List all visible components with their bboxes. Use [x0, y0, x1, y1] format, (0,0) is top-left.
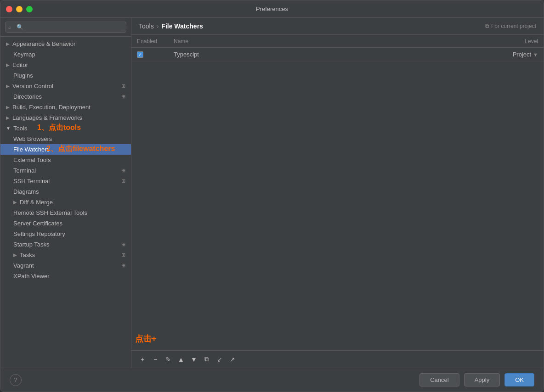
sidebar-item-diff-merge[interactable]: ▶ Diff & Merge [0, 197, 131, 207]
col-level-header: Level [483, 38, 538, 45]
sidebar-item-label: Server Certificates [13, 220, 62, 227]
sidebar-tree: ▶ Appearance & Behavior Keymap ▶ Editor … [0, 37, 131, 368]
sidebar-item-xpath-viewer[interactable]: XPath Viewer [0, 271, 131, 281]
sidebar-item-ssh-terminal[interactable]: SSH Terminal ⊞ [0, 176, 131, 186]
sidebar-item-appearance[interactable]: ▶ Appearance & Behavior [0, 39, 131, 49]
dir-icon: ⊞ [121, 94, 125, 100]
sidebar-item-build[interactable]: ▶ Build, Execution, Deployment [0, 102, 131, 112]
sidebar-item-directories[interactable]: Directories ⊞ [0, 91, 131, 102]
sidebar-item-version-control[interactable]: ▶ Version Control ⊞ [0, 81, 131, 91]
sidebar-item-tools[interactable]: ▼ Tools 1、点击tools [0, 123, 131, 134]
sidebar-item-label: Startup Tasks [13, 241, 50, 248]
sidebar-item-label: Settings Repository [13, 230, 65, 237]
enabled-checkbox[interactable]: ✓ [137, 51, 143, 58]
sidebar-item-label: Diagrams [13, 188, 39, 195]
sidebar-item-plugins[interactable]: Plugins [0, 70, 131, 81]
window-title: Preferences [256, 6, 288, 12]
action-buttons: Cancel Apply OK [419, 373, 534, 386]
badge-text: For current project [491, 23, 536, 29]
window-controls [6, 6, 33, 12]
dropdown-icon[interactable]: ▼ [533, 52, 538, 57]
minimize-button[interactable] [16, 6, 23, 12]
arrow-icon: ▶ [6, 105, 10, 110]
arrow-icon: ▶ [6, 84, 10, 89]
edit-button[interactable]: ✎ [163, 354, 174, 365]
add-button[interactable]: + [137, 354, 148, 365]
ssh-icon: ⊞ [121, 178, 125, 184]
sidebar-item-label: Terminal [13, 167, 36, 174]
sidebar-item-label: SSH Terminal [13, 178, 50, 185]
sidebar-item-server-certs[interactable]: Server Certificates [0, 218, 131, 229]
col-name-header: Name [174, 38, 483, 45]
close-button[interactable] [6, 6, 12, 12]
help-button[interactable]: ? [10, 374, 22, 386]
preferences-window: Preferences ⌕ ▶ Appearance & Behavior Ke… [0, 0, 544, 392]
sidebar-item-file-watchers[interactable]: File Watchers 2、点击filewatchers [0, 144, 131, 155]
search-box: ⌕ [0, 18, 131, 37]
export-button[interactable]: ↗ [227, 354, 238, 365]
sidebar-item-label: File Watchers [13, 146, 50, 153]
maximize-button[interactable] [26, 6, 33, 12]
sidebar-item-label: External Tools [13, 157, 51, 163]
sidebar-item-web-browsers[interactable]: Web Browsers [0, 134, 131, 144]
main-content: ⌕ ▶ Appearance & Behavior Keymap ▶ Edito… [0, 18, 544, 368]
tasks-icon: ⊞ [121, 252, 125, 258]
search-wrapper: ⌕ [5, 22, 126, 33]
panel-header: Tools › File Watchers ⧉ For current proj… [131, 18, 544, 35]
sidebar-item-label: Build, Execution, Deployment [12, 104, 91, 111]
sidebar-item-settings-repo[interactable]: Settings Repository [0, 229, 131, 239]
remove-button[interactable]: − [150, 354, 161, 365]
move-up-button[interactable]: ▲ [176, 354, 187, 365]
sidebar-item-label: Remote SSH External Tools [13, 209, 87, 216]
cell-enabled: ✓ [137, 51, 174, 58]
col-enabled-header: Enabled [137, 38, 174, 45]
table-header: Enabled Name Level [131, 35, 544, 48]
breadcrumb-parent: Tools [139, 22, 154, 30]
sidebar-item-tasks[interactable]: ▶ Tasks ⊞ [0, 250, 131, 260]
terminal-icon: ⊞ [121, 168, 125, 174]
panel-body: Enabled Name Level ✓ Typescipt Project ▼ [131, 35, 544, 350]
search-icon: ⌕ [8, 24, 11, 30]
sidebar-item-editor[interactable]: ▶ Editor [0, 60, 131, 70]
sidebar-item-label: Languages & Frameworks [12, 114, 82, 121]
level-text: Project [513, 51, 531, 58]
ok-button[interactable]: OK [504, 373, 534, 386]
search-input[interactable] [5, 22, 126, 33]
sidebar-item-external-tools[interactable]: External Tools [0, 155, 131, 165]
filewatchers-annotation: 2、点击filewatchers [46, 144, 115, 154]
sidebar-item-diagrams[interactable]: Diagrams [0, 186, 131, 197]
cell-name: Typescipt [174, 51, 483, 58]
sidebar-item-label: Web Browsers [13, 135, 52, 142]
table-row[interactable]: ✓ Typescipt Project ▼ [131, 48, 544, 62]
sidebar-item-label: Diff & Merge [20, 199, 53, 206]
arrow-icon: ▶ [13, 252, 17, 258]
right-panel: Tools › File Watchers ⧉ For current proj… [131, 18, 544, 368]
table-body: ✓ Typescipt Project ▼ [131, 48, 544, 350]
sidebar-item-terminal[interactable]: Terminal ⊞ [0, 165, 131, 176]
sidebar-item-remote-ssh[interactable]: Remote SSH External Tools [0, 207, 131, 218]
sidebar-item-label: Keymap [13, 51, 35, 58]
sidebar-item-vagrant[interactable]: Vagrant ⊞ [0, 260, 131, 271]
vcs-icon: ⊞ [121, 83, 125, 89]
sidebar-item-keymap[interactable]: Keymap [0, 49, 131, 60]
sidebar-item-label: Tasks [20, 252, 35, 258]
sidebar-item-label: Plugins [13, 72, 33, 79]
arrow-icon: ▼ [6, 126, 11, 131]
import-button[interactable]: ↙ [214, 354, 225, 365]
sidebar-item-startup-tasks[interactable]: Startup Tasks ⊞ [0, 239, 131, 250]
sidebar-item-label: Tools [13, 125, 27, 132]
breadcrumb: Tools › File Watchers [139, 22, 203, 30]
move-down-button[interactable]: ▼ [188, 354, 199, 365]
apply-button[interactable]: Apply [464, 373, 500, 386]
copy-icon: ⧉ [485, 23, 489, 29]
sidebar: ⌕ ▶ Appearance & Behavior Keymap ▶ Edito… [0, 18, 131, 368]
cell-level: Project ▼ [483, 51, 538, 58]
cancel-button[interactable]: Cancel [419, 373, 459, 386]
sidebar-item-label: Vagrant [13, 262, 34, 269]
bottom-bar: ? Cancel Apply OK [0, 368, 544, 392]
sidebar-item-languages[interactable]: ▶ Languages & Frameworks [0, 112, 131, 123]
sidebar-item-label: Version Control [12, 83, 53, 90]
copy-button[interactable]: ⧉ [201, 354, 212, 365]
breadcrumb-separator: › [157, 22, 159, 30]
arrow-icon: ▶ [6, 115, 10, 120]
